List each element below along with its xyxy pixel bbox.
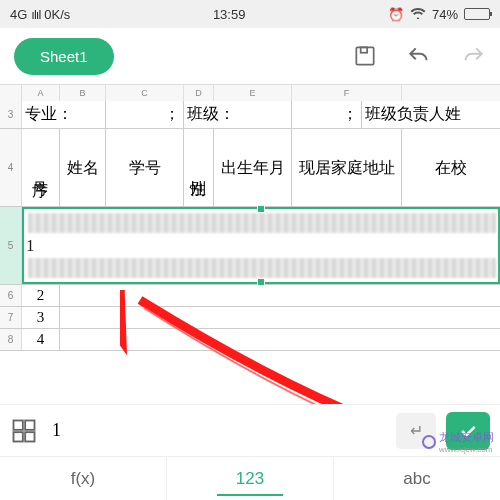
svg-rect-1 — [361, 47, 368, 52]
cell[interactable]: 专业： — [22, 101, 106, 128]
blurred-cell — [28, 258, 496, 278]
battery-pct: 74% — [432, 7, 458, 22]
cell-value[interactable]: 4 — [22, 329, 60, 350]
save-icon[interactable] — [352, 43, 378, 69]
watermark-text: 龙城安卓网 — [439, 430, 494, 445]
row-number[interactable]: 5 — [0, 207, 22, 284]
spreadsheet[interactable]: A B C D E F 3 专业： ； 班级： ； 班级负责人姓 4 序号 姓名… — [0, 84, 500, 351]
col-header[interactable]: B — [60, 85, 106, 101]
wifi-icon — [410, 7, 426, 22]
undo-icon[interactable] — [406, 43, 432, 69]
keyboard-tabs: f(x) 123 abc — [0, 456, 500, 500]
battery-icon — [464, 8, 490, 20]
table-row[interactable]: 4 序号 姓名 学号 性别 出生年月 现居家庭地址 在校 — [0, 129, 500, 207]
cell-value[interactable]: 2 — [22, 285, 60, 306]
redo-icon[interactable] — [460, 43, 486, 69]
cell[interactable]: 班级负责人姓 — [362, 101, 500, 128]
col-header[interactable]: E — [214, 85, 292, 101]
tab-numeric[interactable]: 123 — [167, 457, 334, 500]
status-bar: 4G ılıl 0K/s 13:59 ⏰ 74% — [0, 0, 500, 28]
row-number[interactable]: 3 — [0, 101, 22, 128]
cell[interactable]: 现居家庭地址 — [292, 129, 402, 206]
cell[interactable]: 姓名 — [60, 129, 106, 206]
selection-handle[interactable] — [257, 278, 265, 286]
blurred-cell — [28, 213, 496, 233]
sheet-tab[interactable]: Sheet1 — [14, 38, 114, 75]
cell[interactable]: 班级： — [184, 101, 292, 128]
tab-alpha[interactable]: abc — [334, 457, 500, 500]
speed-label: 0K/s — [44, 7, 70, 22]
col-header[interactable]: D — [184, 85, 214, 101]
clock: 13:59 — [70, 7, 388, 22]
svg-rect-0 — [356, 47, 373, 64]
cell-picker-icon[interactable] — [10, 417, 38, 445]
svg-rect-5 — [25, 432, 34, 441]
column-headers: A B C D E F — [0, 85, 500, 101]
cell-value[interactable]: 3 — [22, 307, 60, 328]
row-number[interactable]: 7 — [0, 307, 22, 328]
cell[interactable]: ； — [106, 101, 184, 128]
cell-value[interactable]: 1 — [26, 236, 35, 256]
watermark-logo-icon — [422, 435, 436, 449]
watermark-url: www.lcjcw.com — [439, 445, 494, 454]
selection-handle[interactable] — [257, 205, 265, 213]
cell[interactable]: 在校 — [402, 129, 500, 206]
table-row[interactable]: 7 3 — [0, 307, 500, 329]
row-number[interactable]: 6 — [0, 285, 22, 306]
table-row-selected[interactable]: 5 1 — [0, 207, 500, 285]
cell[interactable]: 学号 — [106, 129, 184, 206]
cell[interactable]: ； — [292, 101, 362, 128]
table-row[interactable]: 6 2 — [0, 285, 500, 307]
col-header[interactable]: F — [292, 85, 402, 101]
network-label: 4G — [10, 7, 27, 22]
svg-rect-2 — [14, 420, 23, 429]
alarm-icon: ⏰ — [388, 7, 404, 22]
col-header[interactable]: C — [106, 85, 184, 101]
cell[interactable]: 出生年月 — [214, 129, 292, 206]
row-number[interactable]: 8 — [0, 329, 22, 350]
svg-rect-3 — [25, 420, 34, 429]
svg-rect-4 — [14, 432, 23, 441]
table-row[interactable]: 3 专业： ； 班级： ； 班级负责人姓 — [0, 101, 500, 129]
col-header[interactable]: A — [22, 85, 60, 101]
row-number[interactable]: 4 — [0, 129, 22, 206]
toolbar: Sheet1 — [0, 28, 500, 84]
tab-fx[interactable]: f(x) — [0, 457, 167, 500]
watermark: 龙城安卓网 www.lcjcw.com — [422, 430, 494, 454]
formula-input[interactable] — [48, 414, 386, 447]
signal-icon: ılıl — [31, 7, 40, 22]
table-row[interactable]: 8 4 — [0, 329, 500, 351]
